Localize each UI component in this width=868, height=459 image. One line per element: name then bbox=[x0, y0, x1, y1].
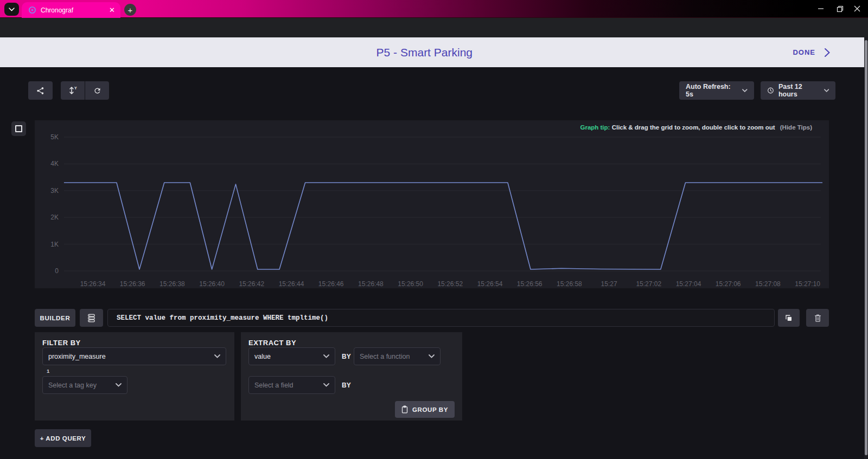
page-header: P5 - Smart Parking DONE bbox=[0, 37, 864, 67]
auto-refresh-dropdown[interactable]: Auto Refresh: 5s bbox=[679, 81, 754, 100]
copy-icon bbox=[784, 314, 793, 322]
group-by-label: GROUP BY bbox=[412, 406, 448, 413]
tab-close-icon[interactable]: ✕ bbox=[109, 7, 115, 14]
share-button[interactable] bbox=[28, 81, 53, 100]
y-axis-tick-label: 5K bbox=[50, 133, 59, 141]
cell-options-toggle[interactable] bbox=[11, 121, 26, 136]
line-chart[interactable]: 01K2K3K4K5K15:26:3415:26:3615:26:3815:26… bbox=[35, 120, 829, 288]
time-range-label: Past 12 hours bbox=[778, 83, 820, 98]
chronograf-logo-icon bbox=[28, 6, 36, 14]
y-axis-tick-label: 2K bbox=[50, 214, 59, 221]
x-axis-tick-label: 15:26:42 bbox=[239, 280, 264, 288]
restore-icon bbox=[837, 5, 844, 12]
x-axis-tick-label: 15:27:06 bbox=[716, 280, 741, 288]
window-minimize-button[interactable] bbox=[810, 0, 832, 17]
y-axis-tick-label: 0 bbox=[55, 267, 59, 275]
x-axis-tick-label: 15:26:50 bbox=[398, 280, 423, 288]
x-axis-tick-label: 15:26:54 bbox=[477, 280, 503, 288]
graph-panel[interactable]: 01K2K3K4K5K15:26:3415:26:3615:26:3815:26… bbox=[35, 120, 829, 288]
field-dropdown[interactable]: value bbox=[248, 347, 335, 365]
x-axis-tick-label: 15:27:04 bbox=[676, 280, 701, 288]
chevron-down-icon bbox=[9, 8, 15, 11]
x-axis-tick-label: 15:27 bbox=[601, 280, 617, 288]
new-tab-button[interactable]: + bbox=[124, 4, 136, 16]
chevron-right-icon[interactable] bbox=[824, 48, 831, 57]
extract-by-panel: EXTRACT BY value BY Select a function Se… bbox=[241, 332, 462, 421]
clipboard-icon bbox=[401, 405, 408, 413]
share-icon bbox=[36, 86, 45, 95]
x-axis-tick-label: 15:26:38 bbox=[159, 280, 185, 288]
window-close-button[interactable] bbox=[846, 0, 868, 17]
by-label: BY bbox=[342, 382, 351, 389]
chevron-down-icon bbox=[116, 383, 122, 387]
copy-query-button[interactable] bbox=[778, 309, 800, 327]
filter-by-title: FILTER BY bbox=[42, 339, 81, 347]
trash-icon bbox=[814, 314, 822, 322]
close-icon bbox=[854, 5, 860, 12]
page-scrollbar[interactable] bbox=[864, 37, 868, 459]
tag-key-placeholder: Select a tag key bbox=[48, 382, 97, 389]
query-text-input[interactable]: SELECT value from proximity_measure WHER… bbox=[107, 309, 775, 327]
screen: Chronograf ✕ + Non sécurisé 172 bbox=[0, 0, 868, 459]
browser-toolbar: Non sécurisé 172.16.13.7:10000/visualiza… bbox=[0, 18, 868, 37]
delete-query-button[interactable] bbox=[806, 309, 829, 327]
tab-search-button[interactable] bbox=[4, 3, 19, 16]
x-axis-tick-label: 15:26:58 bbox=[557, 280, 582, 288]
x-axis-tick-label: 15:27:10 bbox=[795, 280, 820, 288]
x-axis-tick-label: 15:26:46 bbox=[318, 280, 344, 288]
field-value: value bbox=[254, 353, 271, 360]
y-axis-tick-label: 1K bbox=[50, 241, 59, 248]
function-dropdown[interactable]: Select a function bbox=[354, 347, 441, 365]
chevron-down-icon bbox=[429, 354, 435, 358]
graph-tip-label: Graph tip: bbox=[580, 124, 610, 131]
page-title: P5 - Smart Parking bbox=[376, 46, 473, 59]
builder-button[interactable]: BUILDER bbox=[35, 309, 75, 327]
by-label: BY bbox=[342, 353, 351, 360]
y-axis-icon: Y bbox=[68, 86, 77, 95]
scrollbar-thumb[interactable] bbox=[865, 40, 867, 455]
extract-by-title: EXTRACT BY bbox=[248, 339, 296, 347]
x-axis-tick-label: 15:26:48 bbox=[358, 280, 384, 288]
x-axis-tick-label: 15:26:44 bbox=[279, 280, 304, 288]
y-axis-tick-label: 3K bbox=[50, 187, 59, 195]
measurement-value: proximity_measure bbox=[48, 353, 106, 360]
measurement-dropdown[interactable]: proximity_measure bbox=[42, 347, 226, 365]
chevron-down-icon bbox=[824, 89, 829, 92]
x-axis-tick-label: 15:27:02 bbox=[636, 280, 661, 288]
chart-series-line bbox=[64, 183, 822, 269]
chevron-down-icon bbox=[214, 354, 220, 358]
group-by-button[interactable]: GROUP BY bbox=[395, 401, 455, 418]
minimize-icon bbox=[818, 5, 824, 12]
chevron-down-icon bbox=[742, 89, 748, 92]
x-axis-tick-label: 15:26:34 bbox=[80, 280, 106, 288]
refresh-graph-button[interactable] bbox=[85, 81, 109, 100]
second-field-dropdown[interactable]: Select a field bbox=[248, 376, 335, 394]
chevron-down-icon bbox=[323, 354, 329, 358]
tab-title: Chronograf bbox=[41, 7, 109, 14]
x-axis-tick-label: 15:26:56 bbox=[517, 280, 542, 288]
database-list-icon bbox=[87, 313, 96, 323]
chevron-down-icon bbox=[323, 383, 329, 387]
hide-tips-link[interactable]: (Hide Tips) bbox=[780, 124, 812, 131]
second-field-placeholder: Select a field bbox=[254, 382, 293, 389]
x-axis-tick-label: 15:27:08 bbox=[755, 280, 781, 288]
axes-settings-button[interactable]: Y bbox=[61, 81, 85, 100]
browser-tab-chronograf[interactable]: Chronograf ✕ bbox=[22, 2, 120, 18]
add-query-button[interactable]: + ADD QUERY bbox=[35, 429, 91, 447]
auto-refresh-label: Auto Refresh: 5s bbox=[686, 83, 738, 98]
x-axis-tick-label: 15:26:52 bbox=[437, 280, 463, 288]
graph-options-button-group: Y bbox=[61, 81, 109, 100]
metadata-button[interactable] bbox=[80, 309, 103, 327]
x-axis-tick-label: 15:26:36 bbox=[120, 280, 145, 288]
tag-level-badge: 1 bbox=[47, 368, 49, 374]
clock-icon bbox=[767, 87, 774, 94]
refresh-icon bbox=[93, 87, 101, 95]
x-axis-tick-label: 15:26:40 bbox=[199, 280, 225, 288]
tag-key-dropdown[interactable]: Select a tag key bbox=[42, 376, 127, 394]
filter-by-panel: FILTER BY proximity_measure 1 Select a t… bbox=[35, 332, 234, 421]
time-range-dropdown[interactable]: Past 12 hours bbox=[761, 81, 835, 100]
done-button[interactable]: DONE bbox=[793, 48, 815, 56]
graph-tip-text: Click & drag the grid to zoom, double cl… bbox=[612, 124, 775, 131]
function-placeholder: Select a function bbox=[360, 353, 410, 360]
graph-tip: Graph tip: Click & drag the grid to zoom… bbox=[580, 124, 812, 131]
